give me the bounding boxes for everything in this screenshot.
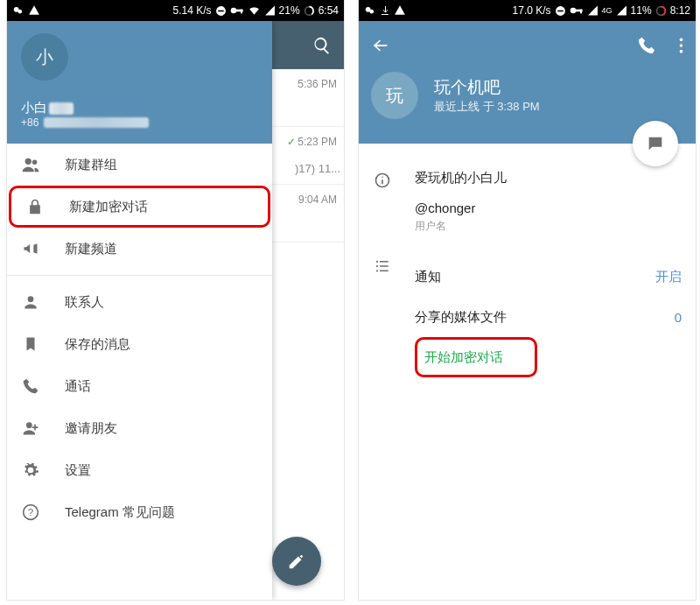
status-time: 6:54 bbox=[318, 4, 339, 17]
bookmark-icon bbox=[21, 335, 40, 353]
menu-label: 设置 bbox=[65, 462, 91, 479]
calls-item[interactable]: 通话 bbox=[7, 365, 272, 407]
help-icon: ? bbox=[21, 503, 40, 521]
new-group-item[interactable]: 新建群组 bbox=[7, 144, 272, 186]
svg-rect-20 bbox=[580, 10, 582, 14]
status-bar: 5.14 K/s 21% 6:54 bbox=[7, 0, 344, 21]
svg-point-9 bbox=[32, 160, 38, 165]
new-channel-item[interactable]: 新建频道 bbox=[7, 228, 272, 270]
shared-media-row[interactable]: 分享的媒体文件 0 bbox=[415, 297, 682, 337]
dnd-icon bbox=[555, 5, 566, 17]
svg-point-10 bbox=[28, 296, 34, 302]
svg-text:?: ? bbox=[28, 506, 34, 517]
compose-fab[interactable] bbox=[272, 537, 321, 586]
profile-body: 爱玩机的小白儿 @chonger 用户名 通知 开启 分享的媒体文件 0 开始加… bbox=[359, 144, 696, 377]
profile-header: 玩 玩个机吧 最近上线 于 3:38 PM bbox=[359, 21, 696, 144]
svg-rect-3 bbox=[218, 10, 224, 11]
megaphone-icon bbox=[21, 240, 40, 257]
chat-list: 5:36 PM ✓5:23 PM )17) 11... 9:04 AM bbox=[272, 21, 344, 600]
notifications-value: 开启 bbox=[655, 269, 682, 285]
settings-item[interactable]: 设置 bbox=[7, 449, 272, 491]
svg-point-15 bbox=[369, 10, 374, 14]
drawer-header: 小 小白 +86 bbox=[7, 21, 272, 144]
phone-left: 5.14 K/s 21% 6:54 5:36 PM ✓5:23 PM )17) … bbox=[7, 0, 344, 600]
menu-label: 新建加密对话 bbox=[69, 199, 148, 215]
search-icon[interactable] bbox=[312, 36, 332, 55]
wifi-icon bbox=[248, 5, 261, 16]
drawer-username: 小白 bbox=[21, 100, 258, 116]
download-icon bbox=[380, 4, 390, 17]
chat-time: 9:04 AM bbox=[298, 193, 337, 206]
menu-label: 新建频道 bbox=[65, 241, 117, 257]
svg-point-28 bbox=[376, 261, 378, 263]
profile-bio: 爱玩机的小白儿 bbox=[415, 170, 682, 186]
svg-rect-31 bbox=[380, 265, 388, 267]
status-time: 8:12 bbox=[670, 4, 690, 17]
menu-label: 新建群组 bbox=[65, 157, 117, 173]
battery-ring-icon bbox=[304, 5, 315, 17]
chat-preview: )17) 11... bbox=[276, 162, 340, 175]
dnd-icon bbox=[215, 5, 227, 17]
svg-point-1 bbox=[18, 10, 22, 14]
warning-icon bbox=[394, 4, 406, 17]
chat-time: 5:36 PM bbox=[298, 78, 337, 90]
svg-point-27 bbox=[382, 176, 383, 178]
menu-label: 邀请朋友 bbox=[65, 420, 117, 437]
svg-point-30 bbox=[376, 265, 378, 267]
message-fab[interactable] bbox=[633, 121, 678, 166]
list-icon bbox=[373, 257, 392, 377]
chat-row[interactable]: 5:36 PM bbox=[272, 69, 344, 127]
signal-icon bbox=[587, 5, 598, 16]
profile-name: 玩个机吧 bbox=[434, 76, 540, 99]
contacts-item[interactable]: 联系人 bbox=[7, 281, 272, 323]
signal-icon bbox=[616, 5, 627, 16]
svg-point-8 bbox=[25, 158, 32, 165]
menu-label: 通话 bbox=[65, 378, 91, 395]
chat-row[interactable]: 9:04 AM bbox=[272, 185, 344, 243]
svg-rect-33 bbox=[380, 271, 388, 272]
status-battery: 11% bbox=[631, 4, 652, 17]
status-bar: 17.0 K/s 4G 11% 8:12 bbox=[359, 0, 696, 21]
new-secret-chat-item[interactable]: 新建加密对话 bbox=[9, 186, 270, 228]
svg-point-11 bbox=[26, 422, 32, 428]
notifications-row[interactable]: 通知 开启 bbox=[415, 257, 682, 297]
shared-media-value: 0 bbox=[675, 310, 682, 325]
svg-point-32 bbox=[376, 270, 378, 271]
lock-icon bbox=[25, 198, 45, 215]
check-icon: ✓ bbox=[287, 136, 296, 148]
invite-friends-item[interactable]: 邀请朋友 bbox=[7, 407, 272, 449]
avatar[interactable]: 小 bbox=[21, 33, 68, 81]
info-icon bbox=[373, 170, 392, 234]
vpn-key-icon bbox=[570, 5, 584, 16]
svg-rect-29 bbox=[380, 261, 388, 263]
start-secret-chat-row[interactable]: 开始加密对话 bbox=[415, 337, 537, 377]
svg-rect-6 bbox=[241, 10, 242, 14]
more-icon[interactable] bbox=[679, 37, 683, 54]
group-icon bbox=[21, 155, 40, 174]
back-icon[interactable] bbox=[371, 36, 390, 55]
status-battery: 21% bbox=[279, 4, 300, 17]
avatar[interactable]: 玩 bbox=[371, 72, 418, 119]
navigation-drawer: 小 小白 +86 新建群组 新建加密对话 新建频道 联系人 bbox=[7, 21, 272, 600]
profile-username[interactable]: @chonger bbox=[415, 200, 682, 215]
faq-item[interactable]: ? Telegram 常见问题 bbox=[7, 491, 272, 533]
chat-appbar bbox=[272, 21, 344, 69]
wechat-icon bbox=[12, 4, 24, 17]
status-net: 4G bbox=[602, 6, 612, 15]
svg-rect-17 bbox=[557, 10, 564, 11]
settings-section: 通知 开启 分享的媒体文件 0 开始加密对话 bbox=[373, 257, 682, 377]
menu-label: 联系人 bbox=[65, 294, 104, 311]
svg-point-22 bbox=[680, 39, 683, 42]
svg-point-24 bbox=[680, 50, 683, 53]
contact-icon bbox=[21, 293, 40, 311]
divider bbox=[7, 275, 272, 276]
chat-row[interactable]: ✓5:23 PM )17) 11... bbox=[272, 127, 344, 185]
phone-right: 17.0 K/s 4G 11% 8:12 玩 玩个机吧 最近上线 于 3:38 … bbox=[359, 0, 696, 600]
svg-point-23 bbox=[680, 44, 683, 47]
start-secret-chat-label: 开始加密对话 bbox=[424, 349, 503, 366]
call-icon[interactable] bbox=[637, 36, 656, 55]
shared-media-label: 分享的媒体文件 bbox=[415, 309, 652, 326]
profile-username-label: 用户名 bbox=[415, 219, 682, 234]
drawer-phone: +86 bbox=[21, 116, 258, 129]
saved-messages-item[interactable]: 保存的消息 bbox=[7, 323, 272, 365]
